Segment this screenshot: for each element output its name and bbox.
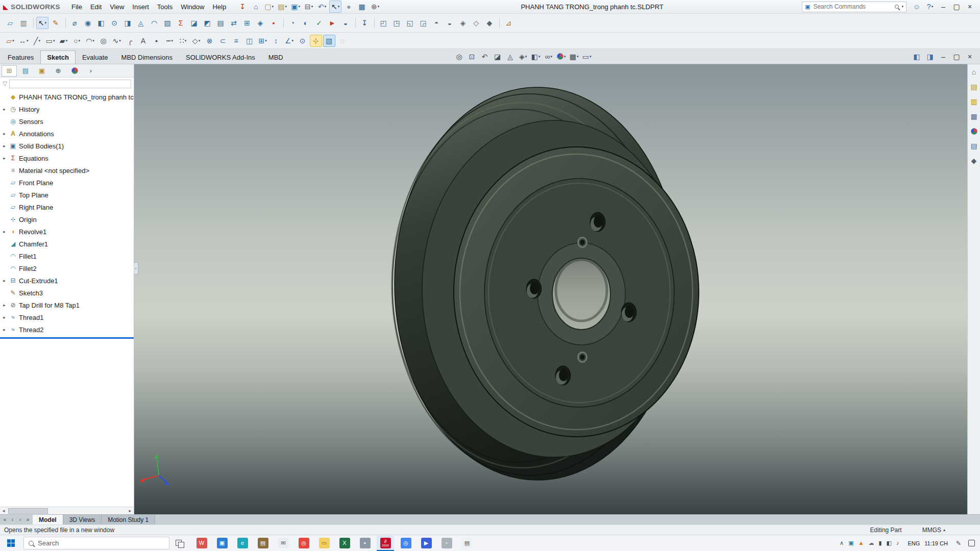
next-model-tab-icon[interactable]: › [17,517,23,522]
tab-features[interactable]: Features [1,51,40,64]
scroll-thumb[interactable] [8,508,48,514]
user-account-icon[interactable]: ☺ [911,1,923,13]
measure-icon[interactable]: ⌀ [68,17,81,29]
tree-item-revolve1[interactable]: ▸◖Revolve1 [0,226,134,238]
view-settings-icon[interactable]: ▭▾ [581,51,593,63]
design-table-icon[interactable]: ▥ [17,17,30,29]
repair-sketch-icon[interactable]: ⊙ [297,35,309,47]
featuremanager-tab-icon[interactable]: ⊞ [2,65,17,77]
taskbar-chrome-icon[interactable]: ◎ [295,536,312,551]
geometry-analysis-icon[interactable]: ◬ [135,17,147,29]
window-close-icon[interactable]: × [964,1,976,13]
geometry-check-icon[interactable]: ✓ [313,17,325,29]
prev-model-tab-icon[interactable]: ‹ [9,517,16,522]
view-dimetric-icon[interactable]: ◇ [470,17,482,29]
bolt-hole-bottom[interactable] [555,366,571,385]
tray-volume-icon[interactable]: ♪ [896,540,899,546]
bolt-hole-left[interactable] [526,279,542,298]
taskbar-folder-icon[interactable]: ▭ [315,536,333,551]
home-icon[interactable]: ⌂ [250,1,262,13]
mate-anchor-icon[interactable]: ↧ [358,17,371,29]
open-icon[interactable]: ▤▾ [276,1,288,13]
panel-splitter-handle[interactable]: ‹ [134,262,138,274]
display-style-icon[interactable]: ◧▾ [530,51,542,63]
taskbar-solidworks-icon[interactable]: ∂2019 [377,536,394,551]
expand-arrow-icon[interactable]: ▸ [2,229,7,234]
taskbar-player-icon[interactable]: ▶ [418,536,435,551]
panel-tab-overflow-icon[interactable]: › [83,65,99,77]
sheet-format-icon[interactable]: ▱ [4,17,16,29]
point-icon[interactable]: ▪ [151,35,163,47]
taskbar-app2-icon[interactable]: ▫ [438,536,455,551]
tree-item-thread2[interactable]: ▸≈Thread2 [0,323,134,336]
conic-icon[interactable]: ╭ [124,35,136,47]
performance-evaluation-icon[interactable]: ◔ [286,17,299,29]
import-diagnostics-icon[interactable]: ◐ [300,17,312,29]
expand-arrow-icon[interactable]: ▸ [2,278,7,283]
polygon-icon[interactable]: ◇▾ [190,35,203,47]
taskbar-chrome2-icon[interactable]: ◎ [397,536,414,551]
arc-icon[interactable]: ◠▾ [84,35,96,47]
thickness-analysis-icon[interactable]: ▤ [214,17,227,29]
model-view[interactable] [134,64,980,514]
taskbar-edge-icon[interactable]: e [234,536,251,551]
taskbar-clock[interactable]: 11:19 CH [924,540,948,546]
grid-options-icon[interactable]: ▦ [356,1,368,13]
search-commands-input[interactable] [812,3,893,11]
tray-expand-icon[interactable]: ∧ [840,540,844,546]
centerline-icon[interactable]: ┅▾ [164,35,176,47]
task-view-button[interactable] [172,537,188,550]
trim-entities-icon[interactable]: ⊗ [204,35,216,47]
search-icon[interactable] [895,5,899,9]
pen-icon[interactable]: ✎ [956,540,961,546]
pin-icon[interactable]: ↧ [236,1,249,13]
save-icon[interactable]: ▣▾ [289,1,302,13]
view-trimetric-icon[interactable]: ◆ [483,17,496,29]
zoom-fit-icon[interactable]: ◎ [453,51,465,63]
tab-evaluate[interactable]: Evaluate [76,51,115,64]
doc-minimize-icon[interactable]: – [937,51,949,63]
featuremanager-pane-icon[interactable]: ◧ [911,51,923,63]
tree-item-sketch3[interactable]: ✎Sketch3 [0,287,134,299]
linear-sketch-pattern-icon[interactable]: ⊞▾ [257,35,269,47]
threaded-hole-top[interactable] [577,237,587,248]
dynamic-annotation-icon[interactable]: ◬ [504,51,517,63]
expand-arrow-icon[interactable]: ▸ [2,327,7,332]
tree-item-history[interactable]: ▸◷History [0,103,134,115]
section-properties-icon[interactable]: ◧ [95,17,107,29]
tab-sketch[interactable]: Sketch [40,51,76,64]
command-search[interactable]: ▣ ▾ [802,2,906,12]
sphere-icon[interactable]: ● [342,1,355,13]
view-isometric-icon[interactable]: ◈ [457,17,469,29]
window-minimize-icon[interactable]: – [937,1,949,13]
first-model-tab-icon[interactable]: « [2,517,8,522]
taskbar-mail-icon[interactable]: ✉ [275,536,292,551]
tree-item-front-plane[interactable]: ▱Front Plane [0,177,134,189]
tray-network-icon[interactable]: ◧ [887,540,892,546]
circle-icon[interactable]: ○▾ [71,35,83,47]
error-flag-icon[interactable]: ► [326,17,338,29]
expand-arrow-icon[interactable]: ▸ [2,315,7,320]
view-front-icon[interactable]: ◰ [377,17,389,29]
bolt-hole-right[interactable] [621,303,636,322]
view-bottom-icon[interactable]: ◒ [444,17,456,29]
tree-item-solid-bodies-1[interactable]: ▸▣Solid Bodies(1) [0,140,134,152]
view-left-icon[interactable]: ◱ [404,17,416,29]
tree-root-item[interactable]: ◆PHANH TANG TRONG_trong phanh tc [0,91,134,103]
sketch-icon[interactable]: ▱▾ [4,35,16,47]
mirror-entities-icon[interactable]: ◫ [243,35,256,47]
tree-item-fillet1[interactable]: ◠Fillet1 [0,250,134,262]
zebra-stripes-icon[interactable]: ▨ [161,17,174,29]
stop-icon[interactable]: ▪ [267,17,280,29]
view-back-icon[interactable]: ◳ [390,17,403,29]
model-tab-model[interactable]: Model [33,515,63,524]
new-document-icon[interactable]: ▢▾ [263,1,275,13]
display-pane-icon[interactable]: ◨ [924,51,936,63]
convert-entities-icon[interactable]: ⊂ [217,35,229,47]
search-caret-icon[interactable]: ▾ [901,5,903,9]
symmetry-check-icon[interactable]: ⊞ [241,17,253,29]
smart-dimension-icon[interactable]: ↔▾ [17,35,30,47]
tree-item-chamfer1[interactable]: ◢Chamfer1 [0,238,134,250]
threaded-hole-bottom[interactable] [577,352,587,363]
options-gear-icon[interactable]: ⊛▾ [369,1,381,13]
